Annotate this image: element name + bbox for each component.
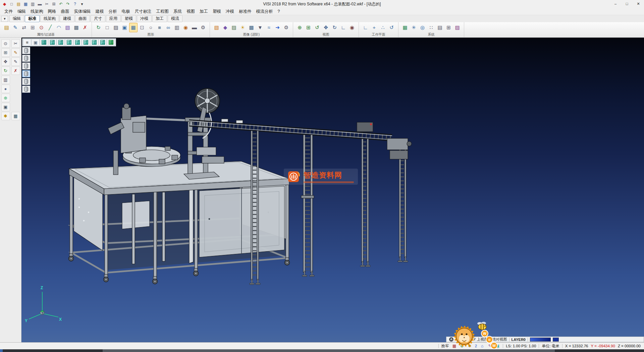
cad-model[interactable]	[21, 38, 644, 342]
menu-item-2[interactable]: 线架构	[28, 8, 46, 15]
view-normal-icon[interactable]: ∟	[339, 23, 347, 32]
maximize-button[interactable]: □	[621, 0, 633, 8]
ribbon-tab-5[interactable]: 尺寸	[91, 15, 105, 22]
menu-item-12[interactable]: 视图	[184, 8, 197, 15]
ribbon-tab-4[interactable]: 曲面	[75, 15, 90, 22]
system-plane-icon[interactable]: ▨	[453, 23, 462, 32]
ribbon-tab-6[interactable]: 应用	[106, 15, 121, 22]
save-file-icon[interactable]: ▦	[22, 1, 29, 7]
menu-item-17[interactable]: 模流分析	[254, 8, 275, 15]
stereo-view-icon[interactable]: ∞	[164, 23, 172, 32]
grid-snap-icon[interactable]: ⊞	[1, 48, 10, 57]
close-button[interactable]: ✕	[633, 0, 644, 8]
3d-viewport[interactable]: ≡▣ 智造资料网 Z Y X	[21, 38, 644, 342]
pick-solids-filter[interactable]	[22, 55, 30, 62]
menu-item-7[interactable]: 分析	[106, 8, 119, 15]
system-cells-icon[interactable]: ⊞	[444, 23, 453, 32]
ribbon-tab-3[interactable]: 建模	[60, 15, 74, 22]
layer-save-icon[interactable]: ▦	[11, 112, 20, 120]
rotate-element-icon[interactable]: ↻	[1, 67, 10, 75]
bounding-box-icon[interactable]: ■	[155, 23, 164, 32]
image-background-icon[interactable]: ▩	[247, 23, 256, 32]
ribbon-tab-9[interactable]: 加工	[152, 15, 167, 22]
pick-surfaces-filter[interactable]	[22, 62, 30, 70]
edit-pencil-icon[interactable]: ✎	[11, 57, 20, 66]
trim-scissors-icon[interactable]: ✂	[11, 39, 20, 48]
undo-icon[interactable]: ↶	[58, 1, 64, 7]
pick-all-filter[interactable]	[22, 47, 30, 54]
ribbon-tab-0[interactable]: 编辑	[9, 15, 24, 22]
menu-item-14[interactable]: 塑模	[210, 8, 223, 15]
pick-wireframe-filter[interactable]	[22, 70, 30, 77]
menu-item-9[interactable]: 尺寸标注	[132, 8, 154, 15]
copy-icon[interactable]: ⊞	[51, 1, 57, 7]
pick-groups-filter[interactable]	[22, 86, 30, 93]
view-top[interactable]	[57, 39, 65, 46]
print-icon[interactable]: ▥	[30, 1, 36, 7]
view-dynamic[interactable]	[107, 39, 115, 46]
ribbon-tab-8[interactable]: 冲模	[137, 15, 152, 22]
section-display-icon[interactable]: ▥	[173, 23, 181, 32]
view-front[interactable]	[65, 39, 73, 46]
image-animation-icon[interactable]: ➔	[273, 23, 282, 32]
sketch-pencil-icon[interactable]: ✎	[11, 48, 20, 57]
screenshot-icon[interactable]: ▬	[190, 23, 199, 32]
camera-view-icon[interactable]: ◉	[348, 23, 356, 32]
help-icon[interactable]: ?	[72, 1, 78, 7]
move-element-icon[interactable]: ✥	[1, 57, 10, 66]
view-menu-button[interactable]: ≡	[23, 39, 31, 46]
view-shaded-cube[interactable]	[40, 39, 48, 46]
ribbon-tab-10[interactable]: 模流	[168, 15, 182, 22]
filter-surfaces-icon[interactable]: ▧	[63, 23, 72, 32]
ribbon-tab-2[interactable]: 线架构	[40, 15, 59, 22]
zoom-window-icon[interactable]: ⊞	[304, 23, 313, 32]
box-tool-icon[interactable]: ▣	[1, 103, 10, 111]
target-tool-icon[interactable]: ⊕	[1, 94, 10, 102]
sphere-tool-icon[interactable]: ●	[1, 85, 10, 93]
transparency-mode-icon[interactable]: ⊡	[138, 23, 146, 32]
erase-element-icon[interactable]: ✗	[11, 67, 20, 75]
view-mode-button[interactable]: ▣	[32, 39, 40, 46]
display-settings-icon[interactable]: ⚙	[199, 23, 207, 32]
menu-item-18[interactable]: ?	[275, 8, 282, 14]
image-light-icon[interactable]: ☀	[238, 23, 247, 32]
active-layer-label[interactable]: LAYER0	[512, 338, 526, 342]
menu-item-8[interactable]: 电极	[119, 8, 132, 15]
menu-item-16[interactable]: 标准件	[236, 8, 254, 15]
attribute-painter-icon[interactable]: ✎	[11, 23, 19, 32]
view-right[interactable]	[73, 39, 82, 46]
snap-lock-toggle[interactable]: 拴牢	[441, 344, 449, 349]
system-colors-icon[interactable]: ▦	[401, 23, 409, 32]
workplane-reset-icon[interactable]: ↺	[387, 23, 396, 32]
hidden-line-mode-icon[interactable]: ▨	[112, 23, 120, 32]
qa-more-icon[interactable]: ▾	[79, 1, 85, 7]
print-view-icon[interactable]: ▥	[1, 76, 10, 84]
menu-item-10[interactable]: 工程图	[154, 8, 171, 15]
visi-logo[interactable]: ◆	[1, 1, 8, 7]
filter-lines-icon[interactable]: ╱	[46, 23, 54, 32]
redraw-icon[interactable]: ↻	[94, 23, 103, 32]
layer-color-chip[interactable]	[553, 338, 559, 342]
rotate-view-icon[interactable]: ↻	[330, 23, 339, 32]
pan-view-icon[interactable]: ✥	[322, 23, 330, 32]
image-color-icon[interactable]: ▧	[212, 23, 221, 32]
minimize-button[interactable]: –	[610, 0, 621, 8]
view-bottom[interactable]	[99, 39, 107, 46]
palette-tool-icon[interactable]: ✱	[1, 112, 10, 120]
menu-item-5[interactable]: 实体编辑	[72, 8, 93, 15]
image-shadow-icon[interactable]: ▼	[256, 23, 264, 32]
tab-dropdown-button[interactable]: ▼	[1, 16, 8, 22]
filter-solids-icon[interactable]: ▩	[72, 23, 80, 32]
workplane-points-icon[interactable]: ∴	[379, 23, 387, 32]
wireframe-mode-icon[interactable]: □	[103, 23, 111, 32]
ribbon-tab-7[interactable]: 塑模	[121, 15, 136, 22]
system-table-icon[interactable]: ▤	[436, 23, 444, 32]
system-grid-icon[interactable]: ∷	[427, 23, 435, 32]
new-file-icon[interactable]: □	[8, 1, 15, 7]
render-icon[interactable]: ◉	[181, 23, 190, 32]
image-reflection-icon[interactable]: ≈	[265, 23, 273, 32]
filter-elements-icon[interactable]: ⊞	[29, 23, 37, 32]
shaded-edges-mode-icon[interactable]: ▦	[129, 23, 138, 32]
view-isometric[interactable]	[48, 39, 56, 46]
shaded-mode-icon[interactable]: ▣	[120, 23, 129, 32]
